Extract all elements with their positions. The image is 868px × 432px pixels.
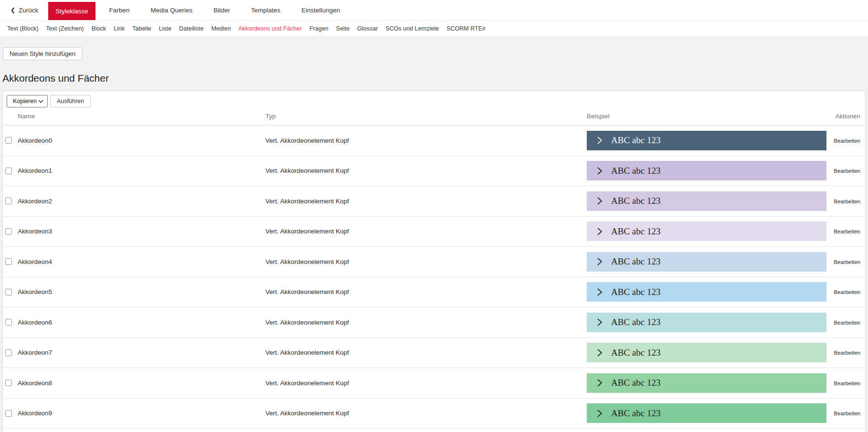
subnav-item-glossar[interactable]: Glossar <box>357 25 378 32</box>
style-type: Vert. Akkordeonelement Kopf <box>265 228 587 235</box>
subnav-item-tabelle[interactable]: Tabelle <box>132 25 152 32</box>
edit-link[interactable]: Bearbeiten <box>834 411 860 416</box>
accordion-example-preview: ABC abc 123 <box>587 161 826 180</box>
subnav-item-fragen[interactable]: Fragen <box>309 25 329 32</box>
row-checkbox[interactable] <box>5 137 12 144</box>
subnav-item-medien[interactable]: Medien <box>211 25 231 32</box>
edit-link[interactable]: Bearbeiten <box>834 320 860 326</box>
row-checkbox[interactable] <box>5 289 12 295</box>
chevron-right-icon <box>596 226 603 237</box>
edit-link[interactable]: Bearbeiten <box>834 138 860 144</box>
subnav-item-block[interactable]: Block <box>91 25 107 32</box>
nav-item-styleklasse[interactable]: Styleklasse <box>48 2 95 20</box>
style-type: Vert. Akkordeonelement Kopf <box>265 379 587 387</box>
table-body: Akkordeon0 Vert. Akkordeonelement Kopf A… <box>3 126 865 429</box>
style-type: Vert. Akkordeonelement Kopf <box>265 137 587 144</box>
edit-link[interactable]: Bearbeiten <box>834 229 860 234</box>
example-text: ABC abc 123 <box>611 135 660 146</box>
subnav-item-text-zeichen-[interactable]: Text (Zeichen) <box>45 25 84 32</box>
subnav-item-text-block-[interactable]: Text (Block) <box>7 25 39 32</box>
table-row: Akkordeon4 Vert. Akkordeonelement Kopf A… <box>3 247 865 277</box>
subnav-item-scorm-rte-[interactable]: SCORM RTE# <box>446 25 486 32</box>
accordion-example-preview: ABC abc 123 <box>587 403 826 423</box>
style-name: Akkordeon5 <box>18 288 265 295</box>
row-checkbox[interactable] <box>5 410 12 417</box>
style-name: Akkordeon3 <box>18 228 265 235</box>
nav-item-templates[interactable]: Templates <box>244 0 288 20</box>
row-checkbox[interactable] <box>5 228 12 235</box>
accordion-example-preview: ABC abc 123 <box>587 313 826 332</box>
subnav-item-link[interactable]: Link <box>113 25 125 32</box>
column-header-name: Name <box>18 113 265 120</box>
row-checkbox[interactable] <box>5 349 12 356</box>
style-type: Vert. Akkordeonelement Kopf <box>265 198 587 205</box>
style-type: Vert. Akkordeonelement Kopf <box>265 349 587 356</box>
table-header: Name Typ Beispiel Aktionen <box>3 107 865 126</box>
nav-item-media-queries[interactable]: Media Queries <box>143 0 200 20</box>
accordion-example-preview: ABC abc 123 <box>587 282 826 302</box>
nav-item-bilder[interactable]: Bilder <box>206 0 237 20</box>
chevron-right-icon <box>596 196 603 206</box>
subnav-item-scos-und-lernziele[interactable]: SCOs und Lernziele <box>385 25 439 32</box>
secondary-nav: Text (Block)Text (Zeichen)BlockLinkTabel… <box>0 21 868 37</box>
style-name: Akkordeon6 <box>18 319 265 326</box>
style-name: Akkordeon7 <box>18 349 265 356</box>
edit-link[interactable]: Bearbeiten <box>834 380 860 386</box>
example-text: ABC abc 123 <box>611 287 660 297</box>
add-style-button[interactable]: Neuen Style hinzufügen <box>3 47 82 60</box>
style-type: Vert. Akkordeonelement Kopf <box>265 288 587 295</box>
row-checkbox[interactable] <box>5 258 12 265</box>
row-checkbox[interactable] <box>5 379 12 386</box>
row-checkbox[interactable] <box>5 198 12 204</box>
chevron-right-icon <box>596 135 603 146</box>
style-type: Vert. Akkordeonelement Kopf <box>265 167 587 174</box>
column-header-type: Typ <box>265 113 587 120</box>
row-checkbox[interactable] <box>5 168 12 174</box>
bulk-actions: Kopieren Ausführen <box>3 91 865 107</box>
edit-link[interactable]: Bearbeiten <box>834 350 860 356</box>
subnav-item-dateiliste[interactable]: Dateiliste <box>179 25 204 32</box>
accordion-example-preview: ABC abc 123 <box>587 373 826 393</box>
primary-nav: ❮ Zurück StyleklasseFarbenMedia QueriesB… <box>0 0 868 21</box>
style-name: Akkordeon1 <box>18 167 265 174</box>
subnav-item-liste[interactable]: Liste <box>159 25 172 32</box>
column-header-actions: Aktionen <box>826 113 865 120</box>
column-header-example: Beispiel <box>587 113 826 120</box>
chevron-right-icon <box>596 256 603 267</box>
bulk-action-select[interactable]: Kopieren <box>7 95 48 107</box>
nav-item-farben[interactable]: Farben <box>102 0 137 20</box>
chevron-right-icon <box>596 378 603 388</box>
example-text: ABC abc 123 <box>611 408 660 419</box>
table-row: Akkordeon1 Vert. Akkordeonelement Kopf A… <box>3 156 865 187</box>
edit-link[interactable]: Bearbeiten <box>834 259 860 265</box>
back-button[interactable]: ❮ Zurück <box>0 0 45 20</box>
table-row: Akkordeon3 Vert. Akkordeonelement Kopf A… <box>3 217 865 247</box>
accordion-example-preview: ABC abc 123 <box>587 131 826 150</box>
back-label: Zurück <box>19 7 38 14</box>
example-text: ABC abc 123 <box>611 256 660 267</box>
edit-link[interactable]: Bearbeiten <box>834 168 860 174</box>
subnav-item-seite[interactable]: Seite <box>336 25 350 32</box>
style-name: Akkordeon2 <box>18 198 265 205</box>
accordion-example-preview: ABC abc 123 <box>587 191 826 211</box>
style-type: Vert. Akkordeonelement Kopf <box>265 258 587 265</box>
execute-button[interactable]: Ausführen <box>50 95 91 107</box>
edit-link[interactable]: Bearbeiten <box>834 199 860 204</box>
edit-link[interactable]: Bearbeiten <box>834 289 860 295</box>
nav-item-einstellungen[interactable]: Einstellungen <box>294 0 347 20</box>
chevron-right-icon <box>596 408 603 419</box>
toolbar-band: Neuen Style hinzufügen Akkordeons und Fä… <box>0 37 868 91</box>
table-row: Akkordeon7 Vert. Akkordeonelement Kopf A… <box>3 338 865 369</box>
table-row: Akkordeon0 Vert. Akkordeonelement Kopf A… <box>3 126 865 156</box>
chevron-right-icon <box>596 287 603 297</box>
table-row: Akkordeon6 Vert. Akkordeonelement Kopf A… <box>3 307 865 338</box>
page-title: Akkordeons und Fächer <box>2 73 109 84</box>
style-name: Akkordeon8 <box>18 379 265 387</box>
example-text: ABC abc 123 <box>611 166 660 176</box>
table-row: Akkordeon5 Vert. Akkordeonelement Kopf A… <box>3 277 865 308</box>
example-text: ABC abc 123 <box>611 348 660 358</box>
accordion-example-preview: ABC abc 123 <box>587 221 826 241</box>
row-checkbox[interactable] <box>5 319 12 326</box>
subnav-item-akkordeons-und-f-cher[interactable]: Akkordeons und Fächer <box>238 25 302 32</box>
style-type: Vert. Akkordeonelement Kopf <box>265 410 587 417</box>
